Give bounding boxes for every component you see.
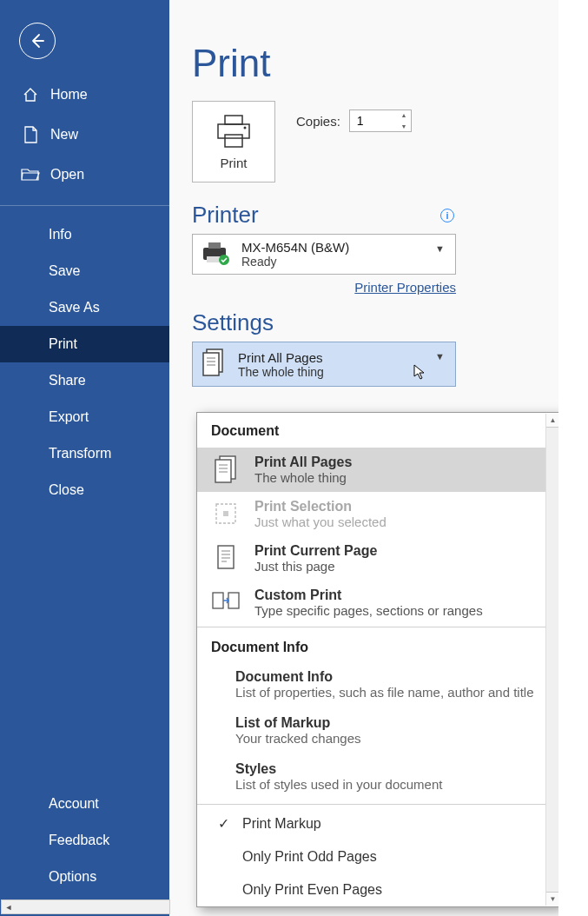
sidebar-item-open[interactable]: Open [0,155,169,195]
svg-rect-32 [213,593,223,608]
folder-open-icon [21,165,40,184]
svg-rect-8 [218,124,249,138]
printer-header: Printer i [192,202,454,229]
svg-rect-21 [215,460,231,482]
print-range-selector[interactable]: Print All Pages The whole thing ▼ [192,342,456,387]
dropdown-check-odd-pages[interactable]: Only Print Odd Pages [197,840,560,873]
sidebar-item-options[interactable]: Options [0,859,169,895]
sidebar-item-info[interactable]: Info [0,216,169,253]
page-single-icon [211,543,241,573]
svg-rect-27 [218,546,234,568]
printer-icon [215,114,253,149]
printer-properties-link[interactable]: Printer Properties [354,280,456,295]
new-doc-icon [21,125,40,144]
sidebar-item-account[interactable]: Account [0,786,169,822]
checkmark-icon: ✓ [215,815,232,832]
dropdown-item-document-info[interactable]: Document Info List of properties, such a… [197,664,560,710]
cursor-icon [413,364,427,382]
printer-device-icon [202,241,231,269]
back-button[interactable] [19,23,56,59]
printer-name: MX-M654N (B&W) [241,240,349,255]
sidebar-item-home[interactable]: Home [0,75,169,115]
svg-rect-16 [203,353,219,375]
svg-point-10 [244,126,247,129]
dropdown-item-custom-print[interactable]: Custom Print Type specific pages, sectio… [197,581,560,625]
print-button-label: Print [221,156,248,170]
dropdown-item-print-selection: Print Selection Just what you selected [197,492,560,536]
document-pages-icon [202,348,226,381]
printer-selector[interactable]: MX-M654N (B&W) Ready ▼ [192,234,456,275]
dropdown-item-styles[interactable]: Styles List of styles used in your docum… [197,756,560,802]
svg-rect-9 [225,135,242,147]
horizontal-scrollbar[interactable]: ◄ [1,899,170,914]
info-icon[interactable]: i [440,209,454,222]
sidebar-item-close[interactable]: Close [0,472,169,508]
dropdown-section-document-info: Document Info [197,629,560,664]
printer-properties-link-row: Printer Properties [192,280,456,295]
dropdown-item-print-current-page[interactable]: Print Current Page Just this page [197,536,560,581]
dropdown-section-document: Document [197,413,560,448]
dropdown-check-print-markup[interactable]: ✓ Print Markup [197,806,560,840]
sidebar-item-new[interactable]: New [0,115,169,155]
scroll-up-icon[interactable]: ▲ [546,414,559,428]
copies-label: Copies: [296,114,340,129]
page-title: Print [192,42,588,85]
svg-rect-12 [208,242,221,249]
print-range-subtitle: The whole thing [238,365,324,379]
print-button[interactable]: Print [192,101,275,183]
sidebar-item-label: Open [50,167,84,183]
sidebar-item-saveas[interactable]: Save As [0,289,169,326]
dropdown-divider [197,627,560,627]
sidebar-item-transform[interactable]: Transform [0,435,169,472]
dropdown-divider [197,804,560,805]
copies-value: 1 [357,114,364,128]
sidebar-item-share[interactable]: Share [0,362,169,399]
print-range-title: Print All Pages [238,350,324,365]
pages-all-icon [211,455,241,484]
dropdown-item-print-all-pages[interactable]: Print All Pages The whole thing [197,448,560,492]
settings-header: Settings [192,309,454,336]
scroll-down-icon[interactable]: ▼ [546,892,559,906]
sidebar-item-label: New [50,127,78,143]
sidebar-item-export[interactable]: Export [0,399,169,435]
dropdown-scrollbar[interactable]: ▲ ▼ [545,414,559,906]
torn-edge-decoration [558,0,588,916]
home-icon [21,85,40,104]
selection-icon [211,499,241,528]
printer-status: Ready [241,255,349,269]
sidebar-item-save[interactable]: Save [0,253,169,289]
arrow-left-icon [29,32,46,50]
copies-spinner[interactable]: ▲▼ [399,112,409,129]
sidebar-item-feedback[interactable]: Feedback [0,822,169,859]
chevron-down-icon: ▼ [435,351,445,362]
copies-input[interactable]: 1 ▲▼ [349,110,412,132]
sidebar-item-print[interactable]: Print [0,326,169,362]
scroll-left-icon[interactable]: ◄ [2,903,16,912]
dropdown-check-even-pages[interactable]: Only Print Even Pages [197,873,560,906]
chevron-down-icon: ▼ [435,243,445,254]
svg-rect-7 [225,116,242,124]
dropdown-item-markup-list[interactable]: List of Markup Your tracked changes [197,710,560,756]
print-range-dropdown: Document Print All Pages The whole thing… [196,412,561,907]
sidebar-item-label: Home [50,87,88,103]
custom-pages-icon [211,587,241,617]
backstage-sidebar: Home New Open Info Save Save As Print Sh… [0,0,169,916]
svg-rect-33 [228,593,239,608]
svg-rect-26 [223,511,228,516]
